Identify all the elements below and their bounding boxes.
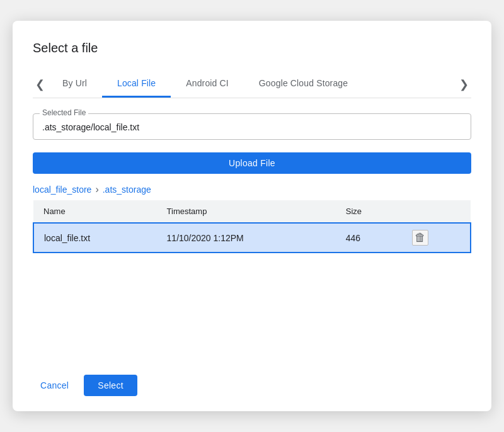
tab-arrow-left[interactable]: ❮ bbox=[33, 74, 47, 95]
tab-list: By Url Local File Android CI Google Clou… bbox=[47, 71, 457, 98]
select-file-dialog: Select a file ❮ By Url Local File Androi… bbox=[13, 21, 491, 411]
col-size: Size bbox=[336, 200, 403, 223]
selected-file-field: Selected File .ats_storage/local_file.tx… bbox=[33, 113, 471, 140]
upload-file-button[interactable]: Upload File bbox=[33, 152, 471, 174]
tabs-row: ❮ By Url Local File Android CI Google Cl… bbox=[33, 71, 471, 98]
file-size: 446 bbox=[336, 223, 403, 253]
selected-file-value: .ats_storage/local_file.txt bbox=[42, 122, 139, 132]
cancel-button[interactable]: Cancel bbox=[33, 375, 76, 396]
tab-google-cloud-storage[interactable]: Google Cloud Storage bbox=[244, 71, 363, 98]
file-delete-cell: 🗑 bbox=[402, 223, 471, 253]
tab-arrow-right[interactable]: ❯ bbox=[457, 74, 471, 95]
col-actions bbox=[402, 200, 471, 223]
table-row[interactable]: local_file.txt 11/10/2020 1:12PM 446 🗑 bbox=[33, 223, 471, 253]
dialog-title: Select a file bbox=[33, 41, 471, 55]
tab-local-file[interactable]: Local File bbox=[102, 71, 171, 98]
select-button[interactable]: Select bbox=[84, 375, 137, 396]
tab-by-url[interactable]: By Url bbox=[47, 71, 102, 98]
tab-android-ci[interactable]: Android CI bbox=[171, 71, 244, 98]
col-timestamp: Timestamp bbox=[157, 200, 336, 223]
dialog-footer: Cancel Select bbox=[33, 355, 471, 396]
file-table-body: local_file.txt 11/10/2020 1:12PM 446 🗑 bbox=[33, 223, 471, 253]
breadcrumb-separator: › bbox=[95, 184, 98, 195]
file-table-header: Name Timestamp Size bbox=[33, 200, 471, 223]
file-table: Name Timestamp Size local_file.txt 11/10… bbox=[33, 200, 471, 253]
breadcrumb-current[interactable]: .ats_storage bbox=[103, 185, 151, 195]
breadcrumb-root[interactable]: local_file_store bbox=[33, 185, 91, 195]
file-name: local_file.txt bbox=[33, 223, 157, 253]
col-name: Name bbox=[33, 200, 157, 223]
selected-file-label: Selected File bbox=[40, 108, 88, 117]
breadcrumb: local_file_store › .ats_storage bbox=[33, 184, 471, 195]
delete-icon[interactable]: 🗑 bbox=[412, 230, 428, 246]
file-timestamp: 11/10/2020 1:12PM bbox=[157, 223, 336, 253]
